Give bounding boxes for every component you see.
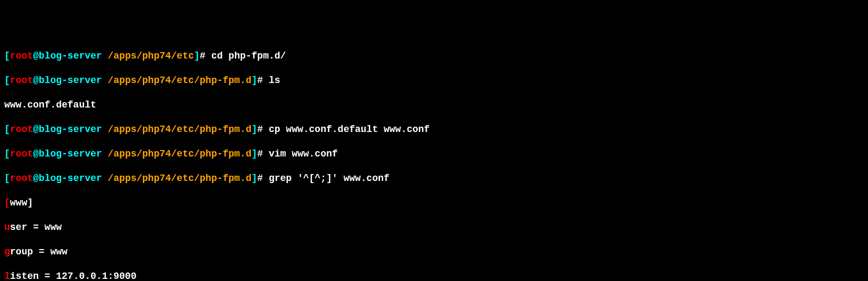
command-grep[interactable]: grep '^[^;]' www.conf [269, 173, 390, 184]
bracket-close: ] [252, 148, 258, 159]
prompt-host: blog-server [39, 75, 102, 86]
grep-output-group: group = www [4, 246, 864, 258]
grep-hl: [ [4, 197, 10, 208]
prompt-line-5: [root@blog-server /apps/php74/etc/php-fp… [4, 172, 864, 185]
command-ls[interactable]: ls [269, 75, 280, 86]
bracket-open: [ [4, 124, 10, 135]
prompt-at: @ [33, 51, 39, 61]
prompt-at: @ [33, 124, 39, 135]
ls-output: www.conf.default [4, 99, 864, 111]
grep-rest: ser = www [10, 222, 62, 233]
prompt-path: /apps/php74/etc/php-fpm.d [102, 173, 252, 184]
prompt-at: @ [33, 148, 39, 159]
grep-rest: roup = www [10, 246, 68, 257]
command-cp[interactable]: cp www.conf.default www.conf [269, 124, 429, 135]
grep-output-listen: listen = 127.0.0.1:9000 [4, 270, 864, 281]
prompt-path: /apps/php74/etc [102, 51, 194, 61]
prompt-user: root [10, 148, 33, 159]
prompt-host: blog-server [39, 124, 102, 135]
bracket-open: [ [4, 51, 10, 61]
prompt-user: root [10, 51, 33, 61]
prompt-host: blog-server [39, 148, 102, 159]
prompt-line-4: [root@blog-server /apps/php74/etc/php-fp… [4, 148, 864, 160]
bracket-close: ] [252, 124, 258, 135]
prompt-hash: # [257, 173, 269, 184]
prompt-hash: # [257, 75, 269, 86]
grep-hl: u [4, 222, 10, 233]
prompt-hash: # [200, 51, 211, 61]
bracket-close: ] [194, 51, 200, 61]
bracket-open: [ [4, 75, 10, 86]
bracket-close: ] [252, 75, 258, 86]
prompt-user: root [10, 75, 33, 86]
bracket-open: [ [4, 173, 10, 184]
prompt-at: @ [33, 173, 39, 184]
prompt-line-3: [root@blog-server /apps/php74/etc/php-fp… [4, 123, 864, 136]
grep-hl: l [4, 271, 10, 281]
prompt-line-1: [root@blog-server /apps/php74/etc]# cd p… [4, 50, 864, 62]
prompt-host: blog-server [39, 51, 102, 61]
grep-rest: isten = 127.0.0.1:9000 [10, 271, 137, 281]
prompt-path: /apps/php74/etc/php-fpm.d [102, 75, 252, 86]
prompt-hash: # [257, 124, 269, 135]
bracket-open: [ [4, 148, 10, 159]
bracket-close: ] [252, 173, 258, 184]
command-cd[interactable]: cd php-fpm.d/ [211, 51, 286, 61]
command-vim[interactable]: vim www.conf [269, 148, 338, 159]
grep-output-user: user = www [4, 221, 864, 234]
prompt-at: @ [33, 75, 39, 86]
grep-rest: www] [10, 197, 33, 208]
grep-hl: g [4, 246, 10, 257]
prompt-user: root [10, 173, 33, 184]
prompt-path: /apps/php74/etc/php-fpm.d [102, 148, 252, 159]
prompt-user: root [10, 124, 33, 135]
prompt-path: /apps/php74/etc/php-fpm.d [102, 124, 252, 135]
prompt-host: blog-server [39, 173, 102, 184]
grep-output-www: [www] [4, 197, 864, 209]
prompt-line-2: [root@blog-server /apps/php74/etc/php-fp… [4, 75, 864, 87]
prompt-hash: # [257, 148, 269, 159]
